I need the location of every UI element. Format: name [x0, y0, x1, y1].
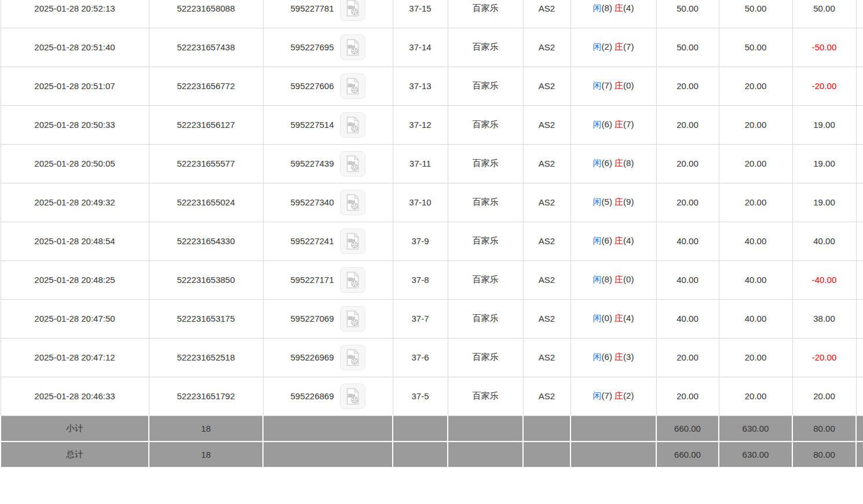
banker-label: 庄 — [615, 3, 623, 13]
table-code: AS2 — [523, 67, 571, 105]
bet-amount: 20.00 — [656, 183, 719, 222]
bet-amount: 40.00 — [656, 260, 719, 299]
subtotal-count: 18 — [149, 415, 263, 442]
bet-time: 2025-01-28 20:50:05 — [1, 144, 149, 183]
banker-points: (2) — [623, 391, 634, 400]
order-number: 522231651792 — [149, 377, 263, 415]
game-type: 百家乐 — [448, 0, 523, 28]
game-round-number: 595226869 — [290, 391, 334, 401]
table-code: AS2 — [523, 0, 571, 28]
order-number: 522231655024 — [149, 183, 263, 222]
banker-points: (7) — [623, 42, 634, 51]
video-replay-button[interactable] — [340, 35, 365, 60]
video-replay-icon — [345, 233, 360, 250]
table-row: 2025-01-28 20:51:40 522231657438 5952276… — [1, 28, 863, 67]
empty-cell — [571, 442, 656, 468]
empty-cell — [448, 415, 523, 442]
banker-label: 庄 — [615, 313, 623, 323]
game-round-number: 595227514 — [290, 120, 334, 130]
video-replay-button[interactable] — [340, 73, 365, 99]
bet-amount: 40.00 — [656, 222, 719, 260]
video-replay-icon — [345, 194, 360, 211]
video-replay-button[interactable] — [340, 267, 365, 293]
player-points: (6) — [602, 158, 612, 168]
game-type: 百家乐 — [448, 105, 523, 144]
table-code: AS2 — [523, 338, 571, 377]
bet-amount: 50.00 — [656, 28, 719, 67]
player-label: 闲 — [593, 274, 602, 284]
bet-amount: 50.00 — [656, 0, 719, 28]
order-number: 522231653850 — [149, 260, 263, 299]
shoe-round: 37-15 — [393, 0, 448, 28]
empty-cell — [393, 442, 448, 468]
win-loss-amount: 19.00 — [792, 144, 856, 183]
video-replay-button[interactable] — [340, 345, 365, 370]
win-loss-amount: -20.00 — [792, 67, 856, 105]
banker-label: 庄 — [615, 236, 623, 245]
banker-points: (4) — [623, 313, 634, 323]
player-points: (8) — [602, 3, 612, 13]
video-replay-button[interactable] — [340, 112, 365, 138]
game-round-cell: 595226969 — [263, 338, 393, 377]
video-replay-button[interactable] — [340, 306, 365, 332]
clipped-cell — [856, 338, 863, 377]
bet-time: 2025-01-28 20:46:33 — [1, 377, 149, 415]
clipped-cell — [856, 222, 863, 260]
table-row: 2025-01-28 20:46:33 522231651792 5952268… — [1, 377, 863, 415]
game-type: 百家乐 — [448, 183, 523, 222]
player-label: 闲 — [593, 197, 602, 207]
subtotal-row: 小计 18 660.00 630.00 80.00 — [1, 415, 863, 442]
game-round-cell: 595226869 — [263, 377, 393, 415]
game-round-number: 595227606 — [290, 81, 334, 91]
player-points: (6) — [602, 119, 612, 129]
game-type: 百家乐 — [448, 67, 523, 105]
player-label: 闲 — [593, 391, 602, 400]
table-code: AS2 — [523, 299, 571, 338]
order-number: 522231653175 — [149, 299, 263, 338]
video-replay-button[interactable] — [340, 151, 365, 176]
video-replay-button[interactable] — [340, 229, 365, 254]
win-loss-amount: -40.00 — [792, 260, 856, 299]
valid-amount: 20.00 — [719, 183, 792, 222]
empty-cell — [523, 415, 571, 442]
win-loss-amount: 40.00 — [792, 222, 856, 260]
player-label: 闲 — [593, 158, 602, 168]
win-loss-amount: -50.00 — [792, 28, 856, 67]
game-type: 百家乐 — [448, 299, 523, 338]
video-replay-button[interactable] — [340, 0, 365, 21]
order-number: 522231654330 — [149, 222, 263, 260]
game-round-number: 595227171 — [290, 275, 334, 285]
bet-amount: 20.00 — [656, 338, 719, 377]
banker-points: (8) — [623, 158, 634, 168]
game-result: 闲(6) 庄(7) — [571, 105, 656, 144]
empty-cell — [523, 442, 571, 468]
player-points: (2) — [602, 42, 612, 51]
win-loss-amount: 20.00 — [792, 377, 856, 415]
video-replay-icon — [345, 155, 360, 172]
empty-cell — [571, 415, 656, 442]
table-code: AS2 — [523, 105, 571, 144]
banker-points: (9) — [623, 197, 634, 207]
valid-amount: 20.00 — [719, 144, 792, 183]
total-label: 总计 — [1, 442, 149, 468]
table-row: 2025-01-28 20:48:25 522231653850 5952271… — [1, 260, 863, 299]
video-replay-button[interactable] — [340, 190, 365, 215]
game-type: 百家乐 — [448, 377, 523, 415]
table-row: 2025-01-28 20:50:05 522231655577 5952274… — [1, 144, 863, 183]
video-replay-button[interactable] — [340, 384, 365, 409]
banker-label: 庄 — [615, 352, 623, 362]
subtotal-valid: 630.00 — [719, 415, 792, 442]
bet-amount: 20.00 — [656, 144, 719, 183]
game-type: 百家乐 — [448, 144, 523, 183]
order-number: 522231658088 — [149, 0, 263, 28]
table-code: AS2 — [523, 377, 571, 415]
win-loss-amount: -20.00 — [792, 338, 856, 377]
valid-amount: 50.00 — [719, 0, 792, 28]
empty-cell — [856, 415, 863, 442]
clipped-cell — [856, 0, 863, 28]
game-round-number: 595227695 — [290, 42, 334, 52]
bet-time: 2025-01-28 20:48:25 — [1, 260, 149, 299]
valid-amount: 40.00 — [719, 260, 792, 299]
bet-history-panel: 2025-01-28 20:52:13 522231658088 5952277… — [0, 0, 863, 504]
video-replay-icon — [345, 271, 360, 289]
